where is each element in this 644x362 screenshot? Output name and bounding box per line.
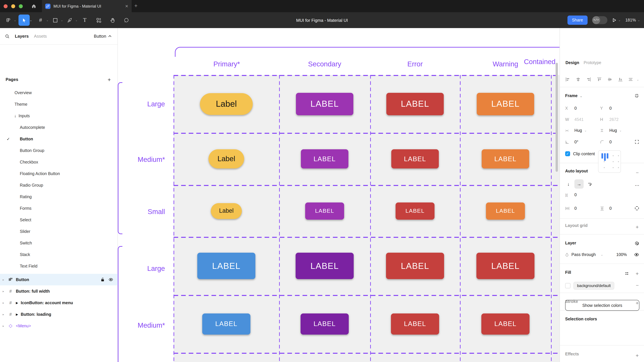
button-large2-primary[interactable]: LABEL	[197, 253, 255, 279]
chevron-right-icon[interactable]: ▸	[3, 289, 6, 293]
text-tool-button[interactable]: T	[79, 15, 90, 26]
align-horizontal-center-icon[interactable]	[576, 77, 581, 82]
row-label-medium[interactable]: Medium*	[125, 155, 165, 163]
layout-direction-right-button[interactable]: →	[574, 179, 584, 189]
layout-wrap-button[interactable]	[585, 179, 594, 189]
chevron-down-icon[interactable]: ⌄	[30, 19, 32, 22]
share-button[interactable]: Share	[567, 16, 588, 25]
align-bottom-icon[interactable]	[618, 77, 623, 82]
button-medium2-primary[interactable]: LABEL	[202, 313, 250, 334]
sidebar-page-switch[interactable]: Switch	[20, 241, 32, 245]
column-header-error[interactable]: Error	[407, 60, 422, 68]
button-large-warning[interactable]: LABEL	[477, 93, 534, 115]
sidebar-page-overview[interactable]: Overview	[14, 91, 32, 95]
horizontal-resizing-field[interactable]: >< Hug⌄	[565, 128, 587, 133]
sidebar-page-checkbox[interactable]: Checkbox	[20, 160, 38, 164]
sidebar-page-select[interactable]: Select	[20, 218, 31, 222]
horizontal-padding-field[interactable]: 0	[565, 206, 577, 211]
row-label-medium-2[interactable]: Medium*	[125, 321, 165, 329]
remove-fill-button[interactable]: −	[636, 282, 639, 288]
align-vertical-center-icon[interactable]	[607, 77, 612, 82]
auto-layout-alignment-grid[interactable]	[598, 150, 621, 173]
sidebar-page-slider[interactable]: Slider	[20, 229, 30, 234]
layer-row-button-full-width[interactable]: ▸ # Button: full width	[0, 285, 118, 297]
auto-layout-more-options[interactable]: ⋯	[635, 183, 640, 188]
chevron-right-icon[interactable]: ▸	[3, 324, 6, 327]
sidebar-page-radio-group[interactable]: Radio Group	[20, 183, 43, 188]
clip-content-control[interactable]: ✓ Clip content	[565, 151, 595, 156]
layer-row-button[interactable]: ▸ Button	[0, 274, 118, 285]
zoom-level-control[interactable]: 181% ⌄	[625, 18, 640, 23]
align-left-icon[interactable]	[565, 77, 570, 82]
align-right-icon[interactable]	[586, 77, 591, 82]
window-close-button[interactable]	[4, 4, 8, 8]
row-label-small[interactable]: Small	[125, 208, 165, 216]
row-label-large[interactable]: Large	[125, 100, 165, 108]
y-position-field[interactable]: Y0	[600, 106, 612, 111]
tab-design[interactable]: Design	[566, 60, 579, 65]
column-header-primary[interactable]: Primary*	[213, 60, 240, 68]
tab-close-icon[interactable]: ✕	[125, 4, 128, 9]
styles-icon[interactable]	[625, 271, 629, 275]
chevron-right-icon[interactable]: ▸	[3, 313, 6, 316]
column-header-warning[interactable]: Warning	[493, 60, 518, 68]
canvas-vertical-scrollbar[interactable]	[556, 63, 558, 172]
add-page-button[interactable]: +	[108, 77, 111, 83]
sidebar-page-stack[interactable]: Stack	[20, 252, 30, 257]
chevron-down-icon[interactable]: ⌄	[76, 19, 78, 22]
rotation-field[interactable]: 0°	[565, 140, 578, 144]
visibility-eye-icon[interactable]	[634, 252, 639, 257]
visibility-eye-icon[interactable]	[108, 277, 113, 282]
chevron-down-icon[interactable]: ⌄	[46, 19, 48, 22]
add-layout-grid-button[interactable]: +	[636, 224, 639, 230]
independent-corners-icon[interactable]	[635, 140, 639, 144]
sidebar-page-autocomplete[interactable]: Autocomplete	[20, 125, 45, 130]
fill-token-chip[interactable]: background/default	[574, 282, 614, 290]
hand-tool-button[interactable]	[107, 15, 118, 26]
frame-title-contained[interactable]: Contained	[524, 58, 556, 66]
button-small-warning[interactable]: LABEL	[486, 202, 525, 220]
button-medium2-warning[interactable]: LABEL	[481, 313, 530, 334]
selection-jump-control[interactable]: Button	[94, 34, 112, 39]
sidebar-page-forms[interactable]: Forms	[20, 206, 32, 211]
button-medium2-secondary[interactable]: LABEL	[300, 313, 349, 334]
vertical-resizing-field[interactable]: Hug⌄	[600, 128, 622, 133]
button-large2-error[interactable]: LABEL	[386, 253, 444, 279]
home-icon[interactable]	[31, 4, 36, 9]
button-small-secondary[interactable]: LABEL	[305, 202, 344, 220]
button-small-error[interactable]: LABEL	[396, 202, 434, 220]
sidebar-page-button[interactable]: Button	[20, 137, 33, 141]
tab-layers[interactable]: Layers	[15, 34, 29, 39]
button-large-error[interactable]: LABEL	[386, 93, 444, 115]
remove-auto-layout-button[interactable]: −	[636, 170, 639, 175]
chevron-down-icon[interactable]: ⌄	[61, 19, 63, 22]
shape-tool-button[interactable]: ⌄	[50, 15, 61, 26]
dev-mode-toggle[interactable]: </>	[592, 16, 608, 24]
window-zoom-button[interactable]	[19, 4, 23, 8]
button-large-primary[interactable]: Label	[200, 93, 253, 115]
frame-tool-button[interactable]: # ⌄	[35, 15, 46, 26]
blend-mode-control[interactable]: Pass through ⌄	[565, 252, 603, 257]
layer-row-menu-component[interactable]: ▸ <Menu>	[0, 320, 118, 332]
width-field[interactable]: W4541	[565, 117, 584, 122]
sidebar-page-text-field[interactable]: Text Field	[20, 264, 38, 269]
new-tab-button[interactable]: +	[134, 3, 138, 9]
x-position-field[interactable]: X0	[565, 106, 577, 111]
button-medium-primary[interactable]: Label	[208, 149, 244, 168]
present-button[interactable]: ⌄	[612, 18, 621, 23]
resources-tool-button[interactable]	[93, 15, 104, 26]
canvas-viewport[interactable]: Contained Primary* Secondary Error Warni…	[118, 28, 560, 362]
button-medium-error[interactable]: LABEL	[391, 149, 439, 168]
sidebar-page-rating[interactable]: Rating	[20, 195, 32, 199]
layout-direction-down-button[interactable]: ↓	[564, 179, 573, 189]
add-fill-button[interactable]: +	[636, 271, 639, 277]
unlock-icon[interactable]	[100, 277, 104, 282]
chevron-right-icon[interactable]: ▸	[3, 301, 6, 304]
window-minimize-button[interactable]	[11, 4, 15, 8]
column-header-secondary[interactable]: Secondary	[308, 60, 341, 68]
button-small-primary[interactable]: Label	[211, 203, 242, 219]
row-label-large-2[interactable]: Large	[125, 265, 165, 272]
vertical-padding-field[interactable]: 0	[600, 206, 612, 211]
sidebar-page-theme[interactable]: Theme	[14, 102, 28, 107]
chevron-right-icon[interactable]: ▸	[3, 278, 6, 281]
